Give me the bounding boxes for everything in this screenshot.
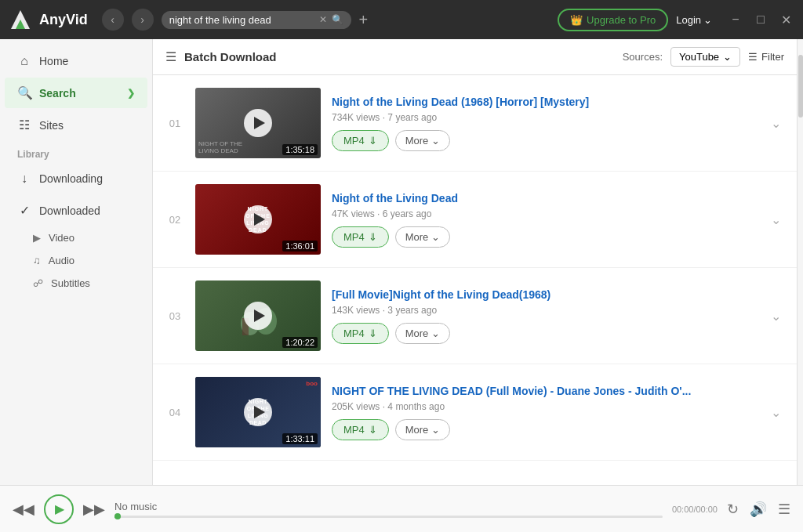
expand-button[interactable]: ⌄	[768, 113, 784, 134]
result-meta: 205K views · 4 months ago	[332, 401, 757, 412]
mp4-button[interactable]: MP4 ⇓	[332, 419, 389, 440]
expand-button[interactable]: ⌄	[768, 402, 784, 423]
batch-icon: ☰	[165, 49, 176, 64]
mp4-label: MP4	[343, 135, 365, 147]
filter-button[interactable]: ☰ Filter	[748, 51, 784, 63]
duration-badge: 1:20:22	[282, 337, 318, 348]
chevron-down-icon: ⌄	[703, 14, 712, 26]
more-button[interactable]: More ⌄	[395, 419, 451, 440]
main-layout: ⌂ Home 🔍 Search ❯ ☷ Sites Library ↓ Down…	[0, 39, 803, 485]
result-number: 03	[165, 310, 184, 322]
player-time: 00:00/00:00	[672, 505, 718, 514]
player-prev-button[interactable]: ◀◀	[13, 501, 35, 518]
expand-button[interactable]: ⌄	[768, 209, 784, 230]
thumbnail[interactable]: NIGHTOF THELIVINGDEAD 1:36:01	[195, 184, 321, 255]
scroll-thumb[interactable]	[798, 55, 803, 118]
more-label: More	[405, 231, 429, 243]
more-chevron-icon: ⌄	[431, 135, 440, 147]
list-item: 04 NIGHTOF THELIVINGDEAD boo 1:33:11 NIG…	[153, 364, 797, 461]
upgrade-button[interactable]: 👑 Upgrade to Pro	[558, 9, 668, 31]
tab-search-icon[interactable]: 🔍	[332, 14, 343, 25]
more-button[interactable]: More ⌄	[395, 226, 451, 248]
sidebar-sub-audio[interactable]: ♫ Audio	[0, 249, 152, 272]
search-input[interactable]	[169, 14, 314, 26]
sites-icon: ☷	[17, 118, 31, 132]
result-actions: MP4 ⇓ More ⌄	[332, 130, 757, 151]
player-progress	[114, 516, 663, 518]
mp4-label: MP4	[343, 328, 365, 339]
content-topbar: ☰ Batch Download Sources: YouTube ⌄ ☰ Fi…	[153, 39, 797, 75]
sidebar-item-downloaded[interactable]: ✓ Downloaded	[5, 195, 147, 226]
batch-download-label: Batch Download	[184, 50, 615, 63]
result-info: Night of the Living Dead 47K views · 6 y…	[332, 192, 757, 248]
minimize-button[interactable]: −	[726, 10, 745, 29]
close-button[interactable]: ✕	[776, 10, 795, 29]
play-overlay-button[interactable]	[244, 398, 272, 426]
thumbnail[interactable]: NIGHTOF THELIVINGDEAD boo 1:33:11	[195, 377, 321, 447]
tab-close-icon[interactable]: ✕	[319, 14, 327, 25]
back-button[interactable]: ‹	[102, 9, 124, 31]
thumbnail[interactable]: 1:20:22	[195, 280, 321, 351]
play-overlay-button[interactable]	[244, 205, 272, 233]
logo-area: AnyVid	[8, 7, 88, 32]
thumbnail[interactable]: night of theliving dead 1:35:18	[195, 88, 321, 158]
filter-icon: ☰	[748, 51, 758, 63]
progress-bar[interactable]	[114, 516, 663, 518]
player-volume-button[interactable]: 🔊	[750, 501, 767, 518]
player-next-button[interactable]: ▶▶	[83, 501, 105, 518]
result-info: Night of the Living Dead (1968) [Horror]…	[332, 96, 757, 151]
more-button[interactable]: More ⌄	[395, 130, 451, 151]
maximize-button[interactable]: □	[751, 10, 770, 29]
result-info: [Full Movie]Night of the Living Dead(196…	[332, 288, 757, 344]
audio-icon: ♫	[33, 255, 41, 266]
sidebar-item-sites[interactable]: ☷ Sites	[5, 110, 147, 140]
source-button[interactable]: YouTube ⌄	[670, 47, 740, 67]
more-label: More	[405, 135, 429, 147]
sidebar-item-downloading[interactable]: ↓ Downloading	[5, 164, 147, 194]
scrollbar[interactable]	[797, 39, 803, 485]
mp4-button[interactable]: MP4 ⇓	[332, 323, 389, 344]
play-overlay-button[interactable]	[244, 302, 272, 330]
download-icon: ⇓	[369, 135, 377, 147]
result-actions: MP4 ⇓ More ⌄	[332, 226, 757, 248]
download-icon: ⇓	[369, 231, 377, 243]
mp4-button[interactable]: MP4 ⇓	[332, 226, 389, 248]
app-name: AnyVid	[39, 12, 88, 28]
player-repeat-button[interactable]: ↻	[727, 501, 739, 518]
forward-button[interactable]: ›	[132, 9, 154, 31]
downloading-icon: ↓	[17, 172, 31, 186]
expand-button[interactable]: ⌄	[768, 306, 784, 327]
player-play-button[interactable]: ▶	[44, 494, 74, 524]
result-title[interactable]: Night of the Living Dead (1968) [Horror]…	[332, 96, 757, 108]
duration-badge: 1:35:18	[282, 144, 318, 155]
more-label: More	[405, 424, 429, 436]
play-triangle-icon	[254, 406, 265, 418]
download-icon: ⇓	[369, 328, 377, 339]
mp4-label: MP4	[343, 424, 365, 436]
sidebar-sub-video[interactable]: ▶ Video	[0, 226, 152, 249]
result-actions: MP4 ⇓ More ⌄	[332, 323, 757, 344]
play-triangle-icon	[254, 309, 265, 322]
result-title[interactable]: NIGHT OF THE LIVING DEAD (Full Movie) - …	[332, 385, 757, 397]
play-overlay-button[interactable]	[244, 109, 272, 137]
title-bar: AnyVid ‹ › ✕ 🔍 + 👑 Upgrade to Pro Login …	[0, 0, 803, 39]
login-button[interactable]: Login ⌄	[676, 14, 712, 26]
result-meta: 734K views · 7 years ago	[332, 112, 757, 123]
window-controls: − □ ✕	[726, 10, 795, 29]
sidebar-item-search[interactable]: 🔍 Search ❯	[5, 78, 147, 108]
play-triangle-icon	[254, 213, 265, 226]
more-button[interactable]: More ⌄	[395, 323, 451, 344]
list-item: 01 night of theliving dead 1:35:18 Night…	[153, 75, 797, 172]
list-item: 03 1:20:22 [Full Movie]Night of the Livi…	[153, 268, 797, 364]
sidebar-item-home[interactable]: ⌂ Home	[5, 46, 147, 76]
content-area: ☰ Batch Download Sources: YouTube ⌄ ☰ Fi…	[153, 39, 797, 485]
result-title[interactable]: [Full Movie]Night of the Living Dead(196…	[332, 288, 757, 301]
sidebar-sub-subtitles[interactable]: ☍ Subtitles	[0, 272, 152, 295]
player-playlist-button[interactable]: ☰	[778, 501, 790, 518]
result-number: 02	[165, 214, 184, 226]
mp4-button[interactable]: MP4 ⇓	[332, 130, 389, 151]
add-tab-button[interactable]: +	[359, 11, 369, 29]
more-chevron-icon: ⌄	[431, 424, 440, 436]
chevron-right-icon: ❯	[127, 88, 135, 99]
result-title[interactable]: Night of the Living Dead	[332, 192, 757, 204]
